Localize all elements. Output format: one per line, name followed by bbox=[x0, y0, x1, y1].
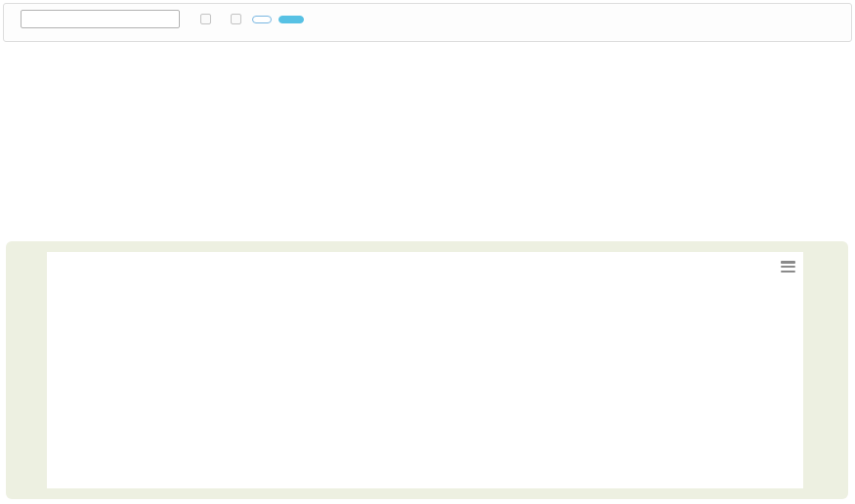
vip-checkbox[interactable] bbox=[200, 14, 215, 24]
incoming-line-chart bbox=[47, 252, 803, 488]
ingame-checkbox[interactable] bbox=[231, 14, 245, 24]
ingame-checkbox-box[interactable] bbox=[231, 14, 241, 24]
date-range-input[interactable] bbox=[21, 10, 180, 28]
time-filter-row bbox=[11, 10, 844, 28]
chart-panel bbox=[6, 241, 848, 499]
dashboard-page: { "colors": { "accent_active": "#3373ab"… bbox=[0, 0, 855, 504]
search-button[interactable] bbox=[252, 16, 272, 23]
chart-card bbox=[47, 252, 803, 488]
download-button[interactable] bbox=[278, 16, 304, 23]
filter-toolbar bbox=[3, 3, 852, 42]
vip-checkbox-box[interactable] bbox=[200, 14, 211, 24]
